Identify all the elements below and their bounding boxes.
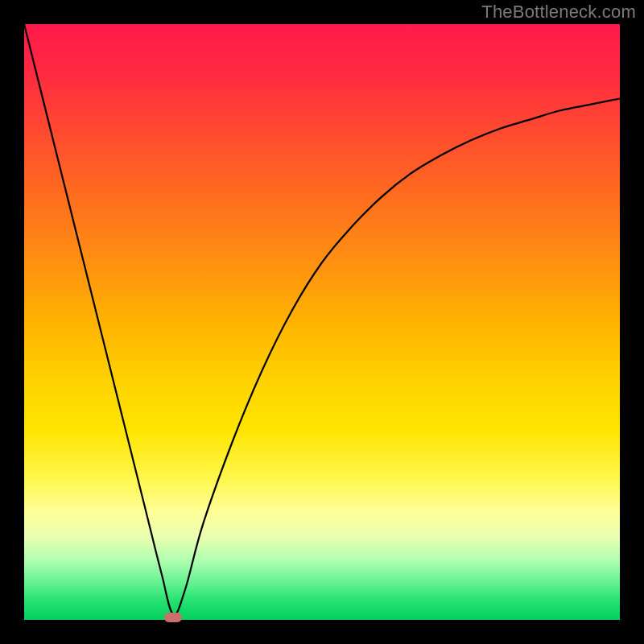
bottleneck-curve — [24, 24, 620, 614]
watermark-text: TheBottleneck.com — [481, 2, 636, 23]
curve-svg — [24, 24, 620, 620]
optimal-point-marker — [164, 613, 182, 622]
plot-area — [24, 24, 620, 620]
chart-frame: TheBottleneck.com — [0, 0, 644, 644]
